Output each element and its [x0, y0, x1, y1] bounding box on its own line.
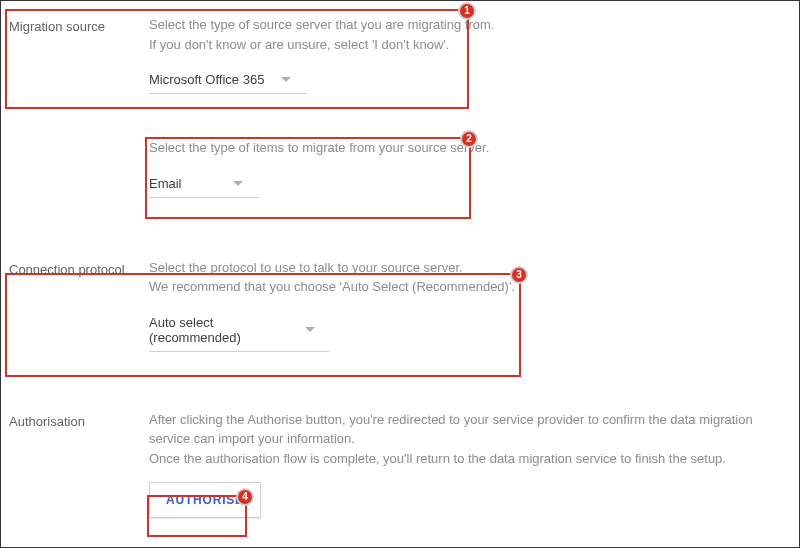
- callout-badge-2: 2: [460, 130, 478, 148]
- callout-badge-1: 1: [458, 2, 476, 20]
- callout-1: 1: [5, 9, 469, 109]
- callout-badge-3: 3: [510, 266, 528, 284]
- callout-3: 3: [5, 273, 521, 377]
- authorisation-label: Authorisation: [9, 410, 149, 429]
- authorisation-help1: After clicking the Authorise button, you…: [149, 410, 791, 449]
- callout-badge-4: 4: [236, 488, 254, 506]
- callout-4: 4: [147, 495, 247, 537]
- callout-2: 2: [145, 137, 471, 219]
- authorisation-help2: Once the authorisation flow is complete,…: [149, 449, 791, 469]
